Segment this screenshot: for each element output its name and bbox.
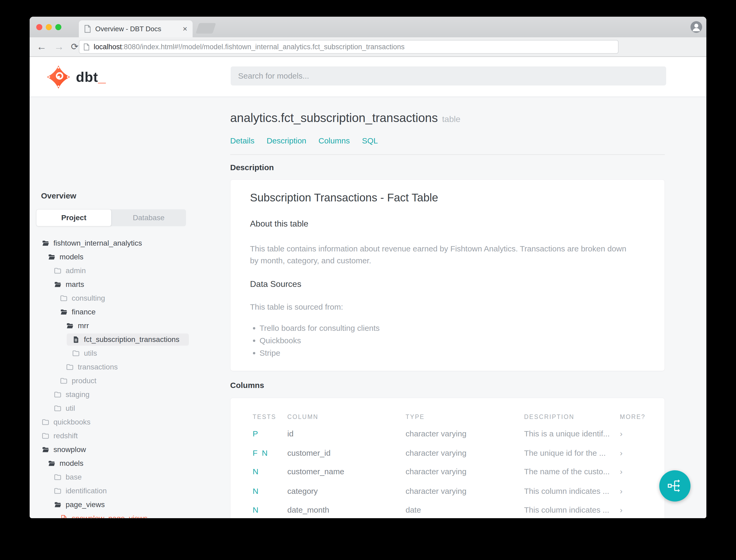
tree-item-label: models [60, 253, 83, 261]
tree-item-mrr[interactable]: mrr [30, 319, 227, 333]
tab-database[interactable]: Database [111, 209, 186, 226]
new-tab-button[interactable] [196, 23, 216, 34]
divider [230, 154, 665, 155]
close-window-button[interactable] [36, 24, 42, 30]
tree-item-models[interactable]: models [30, 250, 227, 264]
column-description: This column indicates ... [524, 505, 609, 514]
nav-link-details[interactable]: Details [230, 136, 255, 145]
tree-item-label: consulting [72, 294, 105, 302]
tree-item-staging[interactable]: staging [30, 388, 227, 401]
zoom-window-button[interactable] [55, 24, 61, 30]
doc-about-text: This table contains information about re… [250, 243, 631, 267]
folder-open-icon [42, 239, 49, 247]
tree-item-quickbooks[interactable]: quickbooks [30, 415, 227, 429]
folder-open-icon [48, 253, 56, 261]
source-list-item: Quickbooks [260, 336, 379, 345]
browser-window: Overview - DBT Docs × ← → ⟳ localhost:80… [30, 17, 706, 518]
folder-open-icon [66, 322, 74, 330]
tree-item-label: mrr [78, 322, 89, 330]
tree-item-label: identification [66, 487, 107, 495]
tree-item-label: base [66, 473, 82, 481]
browser-tab[interactable]: Overview - DBT Docs × [79, 20, 193, 37]
tree-item-utils[interactable]: utils [30, 346, 227, 360]
tree-item-base[interactable]: base [30, 470, 227, 484]
tree-item-snowplow[interactable]: snowplow [30, 443, 227, 457]
folder-open-icon [54, 501, 62, 509]
app-header: dbt_ [30, 57, 706, 97]
expand-row-chevron-icon[interactable]: › [620, 505, 622, 514]
folder-closed-icon [60, 377, 68, 385]
tree-item-fct_subscription_transactions[interactable]: fct_subscription_transactions [30, 333, 227, 346]
page-title: analytics.fct_subscription_transactionst… [230, 111, 460, 125]
minimize-window-button[interactable] [46, 24, 52, 30]
tree-item-fishtown_internal_analytics[interactable]: fishtown_internal_analytics [30, 236, 227, 250]
nav-link-columns[interactable]: Columns [319, 136, 350, 145]
doc-about-heading: About this table [250, 219, 309, 229]
expand-row-chevron-icon[interactable]: › [620, 429, 622, 438]
source-list-item: Stripe [260, 349, 379, 358]
search-input[interactable] [231, 66, 666, 85]
model-tree: fishtown_internal_analyticsmodelsadminma… [30, 236, 227, 518]
folder-open-icon [48, 459, 56, 467]
reload-button[interactable]: ⟳ [71, 41, 79, 52]
tree-item-finance[interactable]: finance [30, 305, 227, 319]
folder-open-icon [60, 308, 68, 316]
tests-badge: N [253, 467, 260, 476]
tree-item-label: utils [84, 349, 97, 358]
tab-project[interactable]: Project [36, 209, 111, 226]
browser-profile-avatar[interactable] [690, 21, 702, 33]
tree-item-admin[interactable]: admin [30, 264, 227, 278]
column-name: date_month [287, 505, 329, 514]
forward-button: → [54, 41, 64, 52]
source-list-item: Trello boards for consulting clients [260, 324, 379, 333]
url-bar[interactable]: localhost:8080/index.html#!/model/model.… [79, 40, 618, 54]
dbt-logo[interactable]: dbt_ [46, 65, 106, 89]
tree-item-label: snowplow [53, 445, 86, 454]
tree-item-util[interactable]: util [30, 401, 227, 415]
tests-badge: N [253, 505, 260, 514]
doc-sources-intro: This table is sourced from: [250, 301, 631, 313]
column-name: category [287, 487, 318, 496]
nav-link-sql[interactable]: SQL [362, 136, 378, 145]
doc-title: Subscription Transactions - Fact Table [250, 191, 438, 204]
folder-closed-icon [54, 487, 62, 495]
col-header-column: COLUMN [287, 413, 319, 421]
tree-item-consulting[interactable]: consulting [30, 291, 227, 305]
description-card: Subscription Transactions - Fact Table A… [230, 179, 665, 371]
screenshot-canvas: Overview - DBT Docs × ← → ⟳ localhost:80… [0, 0, 736, 560]
page-favicon-icon [84, 25, 91, 33]
tests-badge: P [253, 429, 259, 438]
url-path: :8080/index.html#!/model/model.fishtown_… [122, 43, 405, 51]
column-type: character varying [405, 487, 466, 496]
tree-item-identification[interactable]: identification [30, 484, 227, 498]
tab-close-icon[interactable]: × [183, 25, 187, 33]
tree-item-label: transactions [78, 363, 118, 371]
tree-item-label: redshift [53, 432, 78, 440]
column-row-customer_name: Ncustomer_namecharacter varyingThe name … [231, 467, 665, 478]
column-type: character varying [405, 467, 466, 476]
columns-section-heading: Columns [230, 381, 264, 390]
back-button[interactable]: ← [37, 41, 47, 52]
tree-item-redshift[interactable]: redshift [30, 429, 227, 443]
sidebar-view-switcher: Project Database [36, 209, 186, 226]
lineage-graph-button[interactable] [659, 470, 690, 502]
tree-item-label: util [66, 404, 75, 413]
tree-item-page_views[interactable]: page_views [30, 498, 227, 512]
tree-item-marts[interactable]: marts [30, 278, 227, 291]
tree-item-models[interactable]: models [30, 457, 227, 470]
sidebar-overview-label[interactable]: Overview [41, 191, 76, 200]
nav-link-description[interactable]: Description [267, 136, 306, 145]
folder-closed-icon [42, 432, 49, 440]
expand-row-chevron-icon[interactable]: › [620, 467, 622, 476]
column-name: customer_name [287, 467, 344, 476]
tree-item-product[interactable]: product [30, 374, 227, 388]
tree-item-snowplow_page_views[interactable]: snowplow_page_views [30, 512, 227, 518]
column-description: The unique id for the ... [524, 449, 606, 458]
col-header-tests: TESTS [253, 413, 276, 421]
doc-sources-heading: Data Sources [250, 279, 301, 289]
col-header-more: MORE? [620, 413, 645, 421]
expand-row-chevron-icon[interactable]: › [620, 449, 622, 458]
expand-row-chevron-icon[interactable]: › [620, 487, 622, 496]
tree-item-transactions[interactable]: transactions [30, 360, 227, 374]
dbt-logo-icon [46, 65, 71, 89]
